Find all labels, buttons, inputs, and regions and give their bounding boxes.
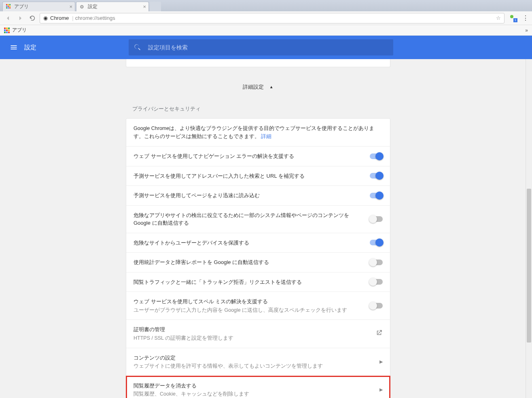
row-text: 使用統計データと障害レポートを Google に自動送信する xyxy=(134,258,363,266)
browser-tab-apps[interactable]: アプリ × xyxy=(2,2,75,11)
privacy-row-8[interactable]: 証明書の管理HTTPS / SSL の証明書と設定を管理します xyxy=(126,320,390,348)
privacy-card: Google Chromeは、より快適なブラウジングを提供する目的でウェブサービ… xyxy=(126,118,390,398)
row-primary-text: ウェブ サービスを使用してスペル ミスの解決を支援する xyxy=(134,298,363,306)
toggle-switch[interactable] xyxy=(370,216,383,222)
reload-button[interactable] xyxy=(28,13,37,23)
forward-button[interactable] xyxy=(15,13,25,23)
external-link-icon xyxy=(375,329,383,338)
privacy-row-6: 閲覧トラフィックと一緒に「トラッキング拒否」リクエストを送信する xyxy=(126,272,390,292)
advanced-label: 詳細設定 xyxy=(243,84,264,90)
advanced-settings-toggle[interactable]: 詳細設定 ▲ xyxy=(126,83,390,91)
privacy-row-4: 危険なサイトからユーザーとデバイスを保護する xyxy=(126,233,390,253)
gear-favicon: ⚙ xyxy=(80,4,85,10)
chevron-right-icon: ▶ xyxy=(379,359,383,364)
url-path: chrome://settings xyxy=(75,15,115,21)
intro-text: Google Chromeは、より快適なブラウジングを提供する目的でウェブサービ… xyxy=(134,126,374,139)
row-text: コンテンツの設定ウェブサイトに使用を許可する情報や、表示してもよいコンテンツを管… xyxy=(134,354,373,370)
row-secondary-text: ウェブサイトに使用を許可する情報や、表示してもよいコンテンツを管理します xyxy=(134,362,373,370)
privacy-section-label: プライバシーとセキュリティ xyxy=(126,105,390,113)
toggle-switch[interactable] xyxy=(370,279,383,285)
privacy-row-2: 予測サービスを使用してページをより迅速に読み込む xyxy=(126,186,390,206)
privacy-row-7: ウェブ サービスを使用してスペル ミスの解決を支援するユーザーがブラウザに入力し… xyxy=(126,292,390,320)
privacy-row-3: 危険なアプリやサイトの検出に役立てるために一部のシステム情報やページのコンテンツ… xyxy=(126,206,390,233)
toggle-switch[interactable] xyxy=(370,260,383,265)
toggle-switch[interactable] xyxy=(370,153,383,159)
address-bar[interactable]: ◉ Chrome | chrome://settings ☆ xyxy=(40,13,504,23)
toggle-switch[interactable] xyxy=(370,173,383,179)
row-primary-text: 使用統計データと障害レポートを Google に自動送信する xyxy=(134,258,363,266)
privacy-intro: Google Chromeは、より快適なブラウジングを提供する目的でウェブサービ… xyxy=(126,119,390,147)
tab-title: 設定 xyxy=(88,3,97,10)
arrow-left-icon xyxy=(5,15,11,21)
scrollbar-thumb[interactable] xyxy=(527,189,531,343)
row-primary-text: 危険なサイトからユーザーとデバイスを保護する xyxy=(134,239,363,247)
vertical-scrollbar[interactable] xyxy=(526,59,532,398)
bookmark-star-icon[interactable]: ☆ xyxy=(496,15,501,21)
row-primary-text: 閲覧トラフィックと一緒に「トラッキング拒否」リクエストを送信する xyxy=(134,278,363,286)
privacy-row-0: ウェブ サービスを使用してナビゲーション エラーの解決を支援する xyxy=(126,147,390,166)
settings-header: 設定 xyxy=(0,36,532,59)
browser-toolbar: ◉ Chrome | chrome://settings ☆ 1 ⋮ xyxy=(0,11,532,25)
row-text: 予測サービスを使用してアドレスバーに入力した検索と URL を補完する xyxy=(134,172,363,180)
row-primary-text: 閲覧履歴データを消去する xyxy=(134,382,373,390)
reload-icon xyxy=(29,15,36,21)
bookmark-overflow-icon[interactable]: » xyxy=(525,28,528,33)
menu-button[interactable] xyxy=(4,38,23,57)
privacy-row-10[interactable]: 閲覧履歴データを消去する閲覧履歴、Cookie、キャッシュなどを削除します▶ xyxy=(126,376,390,398)
row-text: ウェブ サービスを使用してナビゲーション エラーの解決を支援する xyxy=(134,152,363,160)
chevron-right-icon: ▶ xyxy=(379,387,383,392)
intro-detail-link[interactable]: 詳細 xyxy=(261,134,271,139)
browser-tab-strip: アプリ × ⚙ 設定 × xyxy=(0,0,532,11)
apps-grid-icon[interactable] xyxy=(4,28,10,33)
extension-badge[interactable]: 1 xyxy=(510,15,517,21)
row-primary-text: 危険なアプリやサイトの検出に役立てるために一部のシステム情報やページのコンテンツ… xyxy=(134,211,363,227)
browser-tab-settings[interactable]: ⚙ 設定 × xyxy=(76,2,149,11)
row-primary-text: ウェブ サービスを使用してナビゲーション エラーの解決を支援する xyxy=(134,152,363,160)
row-text: 閲覧トラフィックと一緒に「トラッキング拒否」リクエストを送信する xyxy=(134,278,363,286)
new-tab-button[interactable] xyxy=(150,2,161,11)
toggle-switch[interactable] xyxy=(370,193,383,198)
privacy-row-1: 予測サービスを使用してアドレスバーに入力した検索と URL を補完する xyxy=(126,166,390,186)
url-scheme-label: Chrome xyxy=(50,15,69,21)
search-icon xyxy=(134,43,142,51)
tab-close-icon[interactable]: × xyxy=(143,4,146,10)
row-secondary-text: ユーザーがブラウザに入力した内容を Google に送信し、高度なスペルチェック… xyxy=(134,306,363,314)
hamburger-icon xyxy=(10,43,18,51)
bookmark-apps-label[interactable]: アプリ xyxy=(12,27,27,34)
settings-content-scroll[interactable]: 詳細設定 ▲ プライバシーとセキュリティ Google Chromeは、より快適… xyxy=(0,59,529,398)
tab-title: アプリ xyxy=(14,3,29,10)
toggle-switch[interactable] xyxy=(370,240,383,245)
row-primary-text: 予測サービスを使用してアドレスバーに入力した検索と URL を補完する xyxy=(134,172,363,180)
row-secondary-text: 閲覧履歴、Cookie、キャッシュなどを削除します xyxy=(134,390,373,398)
row-text: 証明書の管理HTTPS / SSL の証明書と設定を管理します xyxy=(134,326,369,342)
back-button[interactable] xyxy=(3,13,13,23)
settings-search-input[interactable] xyxy=(148,44,388,51)
row-text: 閲覧履歴データを消去する閲覧履歴、Cookie、キャッシュなどを削除します xyxy=(134,382,373,398)
row-text: 危険なアプリやサイトの検出に役立てるために一部のシステム情報やページのコンテンツ… xyxy=(134,211,363,227)
row-secondary-text: HTTPS / SSL の証明書と設定を管理します xyxy=(134,334,369,342)
row-primary-text: 予測サービスを使用してページをより迅速に読み込む xyxy=(134,192,363,200)
row-text: ウェブ サービスを使用してスペル ミスの解決を支援するユーザーがブラウザに入力し… xyxy=(134,298,363,314)
settings-search[interactable] xyxy=(129,39,393,55)
row-text: 危険なサイトからユーザーとデバイスを保護する xyxy=(134,239,363,247)
tab-close-icon[interactable]: × xyxy=(69,4,72,10)
caret-up-icon: ▲ xyxy=(269,85,273,89)
row-primary-text: 証明書の管理 xyxy=(134,326,369,334)
privacy-row-9[interactable]: コンテンツの設定ウェブサイトに使用を許可する情報や、表示してもよいコンテンツを管… xyxy=(126,348,390,376)
browser-menu-button[interactable]: ⋮ xyxy=(522,14,529,22)
toggle-switch[interactable] xyxy=(370,303,383,309)
settings-title: 設定 xyxy=(24,44,36,51)
row-text: 予測サービスを使用してページをより迅速に読み込む xyxy=(134,192,363,200)
chrome-icon: ◉ xyxy=(43,15,48,21)
bookmark-bar: アプリ » xyxy=(0,25,532,36)
previous-section-card-edge xyxy=(126,59,390,67)
apps-favicon xyxy=(6,4,12,10)
row-primary-text: コンテンツの設定 xyxy=(134,354,373,362)
privacy-row-5: 使用統計データと障害レポートを Google に自動送信する xyxy=(126,253,390,272)
arrow-right-icon xyxy=(17,15,23,21)
